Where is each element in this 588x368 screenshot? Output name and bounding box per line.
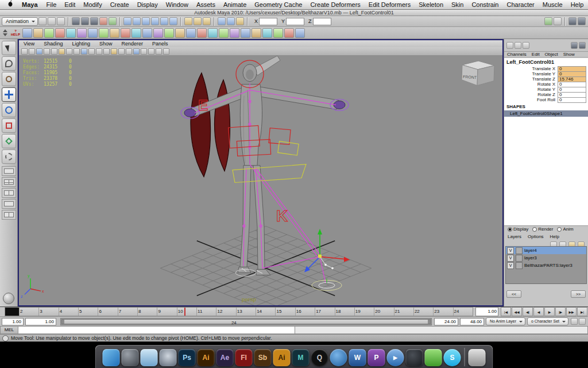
frame-tick[interactable]: 19: [354, 308, 374, 316]
layer-row-belthazarparts[interactable]: V BelthazarPARTS:layer3: [506, 262, 586, 269]
file-open-icon[interactable]: [48, 17, 56, 25]
select-hierarchy-icon[interactable]: [72, 17, 80, 25]
construction-history-icon[interactable]: [203, 17, 211, 25]
shelf-icon[interactable]: [110, 28, 119, 38]
panel-menu-lighting[interactable]: Lighting: [72, 41, 90, 47]
frame-tick[interactable]: 15: [275, 308, 295, 316]
layout-four-pane-button[interactable]: [2, 177, 16, 187]
go-to-start-button[interactable]: |◀: [501, 307, 511, 316]
firefox-icon[interactable]: [330, 349, 347, 366]
quick-select-icon[interactable]: [544, 17, 552, 25]
layers-help-menu[interactable]: Help: [550, 234, 559, 239]
shelf-icon[interactable]: [175, 28, 185, 38]
manipulator-toggle-icon[interactable]: [571, 42, 578, 49]
make-live-icon[interactable]: [169, 17, 177, 25]
layer-color-swatch[interactable]: [516, 247, 523, 254]
menu-help[interactable]: Help: [567, 0, 588, 10]
photoshop-icon[interactable]: Ps: [179, 349, 196, 366]
menu-edit[interactable]: Edit: [60, 0, 79, 10]
menu-geometry-cache[interactable]: Geometry Cache: [250, 0, 306, 10]
shelf-icon[interactable]: [284, 28, 294, 38]
panel-menu-renderer[interactable]: Renderer: [121, 41, 143, 47]
after-effects-icon[interactable]: Ae: [216, 349, 234, 366]
cb-menu-show[interactable]: Show: [563, 52, 575, 57]
foot-roll-value[interactable]: 0: [558, 97, 586, 103]
render-radio[interactable]: Render: [532, 227, 553, 232]
panel-toolbar-icon[interactable]: [66, 48, 72, 55]
pager-next-button[interactable]: >>: [571, 290, 586, 298]
snap-grid-icon[interactable]: [123, 17, 131, 25]
skype-icon[interactable]: S: [444, 349, 461, 366]
shelf-tab-up-icon[interactable]: [3, 27, 7, 32]
shelf-icon[interactable]: [230, 28, 239, 38]
shelf-icon[interactable]: [88, 28, 98, 38]
layer-color-swatch[interactable]: [516, 255, 523, 262]
panel-menu-view[interactable]: View: [24, 41, 34, 47]
undo-icon[interactable]: [99, 17, 107, 25]
shelf-tab-arrows[interactable]: [3, 27, 7, 39]
curve-letter-e[interactable]: E: [198, 97, 208, 113]
frame-tick[interactable]: 20: [374, 308, 393, 316]
frame-tick[interactable]: 6: [98, 308, 117, 316]
frame-tick[interactable]: 16: [295, 308, 315, 316]
go-to-end-button[interactable]: ▶|: [577, 307, 587, 316]
soundbooth-icon[interactable]: Sb: [254, 349, 272, 366]
curve-letter-k[interactable]: K: [276, 207, 288, 225]
layout-single-pane-button[interactable]: [2, 166, 16, 176]
shelf-icon[interactable]: [66, 28, 76, 38]
frame-tick[interactable]: 14: [256, 308, 275, 316]
shelf-icon[interactable]: [273, 28, 283, 38]
menu-animate[interactable]: Animate: [219, 0, 250, 10]
mel-output-field[interactable]: [295, 326, 588, 334]
menu-file[interactable]: File: [42, 0, 61, 10]
shelf-icon[interactable]: [77, 28, 87, 38]
step-forward-frame-button[interactable]: |▶: [555, 307, 566, 316]
current-frame-block[interactable]: [5, 308, 19, 316]
panel-toolbar-icon[interactable]: [103, 48, 110, 55]
ipr-render-icon[interactable]: [227, 17, 235, 25]
menu-skeleton[interactable]: Skeleton: [415, 0, 447, 10]
shelf-icon[interactable]: [262, 28, 272, 38]
mail-icon[interactable]: [141, 349, 158, 366]
panel-toolbar-icon[interactable]: [74, 48, 80, 55]
counter-display-icon[interactable]: [554, 17, 562, 25]
window-titlebar[interactable]: Autodesk Maya 2010: /Users/cexuser/Deskt…: [0, 10, 588, 16]
viewport-canvas[interactable]: E K: [19, 56, 502, 305]
shelf-icon[interactable]: [44, 28, 54, 38]
photo-booth-icon[interactable]: [406, 349, 423, 366]
itunes-icon[interactable]: [160, 349, 177, 366]
shelf-icon[interactable]: [295, 28, 305, 38]
step-back-frame-button[interactable]: ◀|: [523, 307, 533, 316]
frame-tick[interactable]: 9: [157, 308, 176, 316]
move-tool[interactable]: [2, 87, 16, 102]
key-toggle-icon[interactable]: [579, 42, 586, 49]
shelf-icon[interactable]: [22, 28, 32, 38]
anim-radio[interactable]: Anim: [557, 227, 573, 232]
menu-window[interactable]: Window: [162, 0, 192, 10]
shelf-tab-down-icon[interactable]: [3, 33, 7, 39]
panel-toolbar-icon[interactable]: [163, 48, 169, 55]
panel-toolbar-icon[interactable]: [29, 48, 35, 55]
frame-tick[interactable]: 22: [413, 308, 433, 316]
anim-layer-dropdown[interactable]: No Anim Layer: [486, 317, 525, 325]
layout-persp-outliner-button[interactable]: [2, 199, 16, 209]
play-forwards-button[interactable]: ▶: [544, 307, 555, 316]
snap-projected-center-icon[interactable]: [151, 17, 159, 25]
cb-menu-channels[interactable]: Channels: [507, 52, 527, 57]
menu-create[interactable]: Create: [106, 0, 133, 10]
sidebar-channelbox-toggle-icon[interactable]: [578, 17, 586, 25]
menu-constrain[interactable]: Constrain: [467, 0, 502, 10]
shelf-icon[interactable]: [153, 28, 163, 38]
panel-toolbar-icon[interactable]: [126, 48, 132, 55]
panel-toolbar-icon[interactable]: [148, 48, 154, 55]
apple-menu-icon[interactable]: [3, 0, 17, 10]
frame-tick[interactable]: 11: [196, 308, 216, 316]
frame-tick[interactable]: 18: [335, 308, 354, 316]
current-time-field[interactable]: 1.00: [475, 307, 498, 316]
quicktime-player-icon[interactable]: ▶: [387, 349, 404, 366]
channel-speed-icon[interactable]: [514, 42, 521, 49]
panel-toolbar-icon[interactable]: [111, 48, 117, 55]
coord-x-input[interactable]: [259, 18, 277, 25]
finder-icon[interactable]: [103, 349, 120, 366]
mel-label[interactable]: MEL: [0, 326, 18, 334]
